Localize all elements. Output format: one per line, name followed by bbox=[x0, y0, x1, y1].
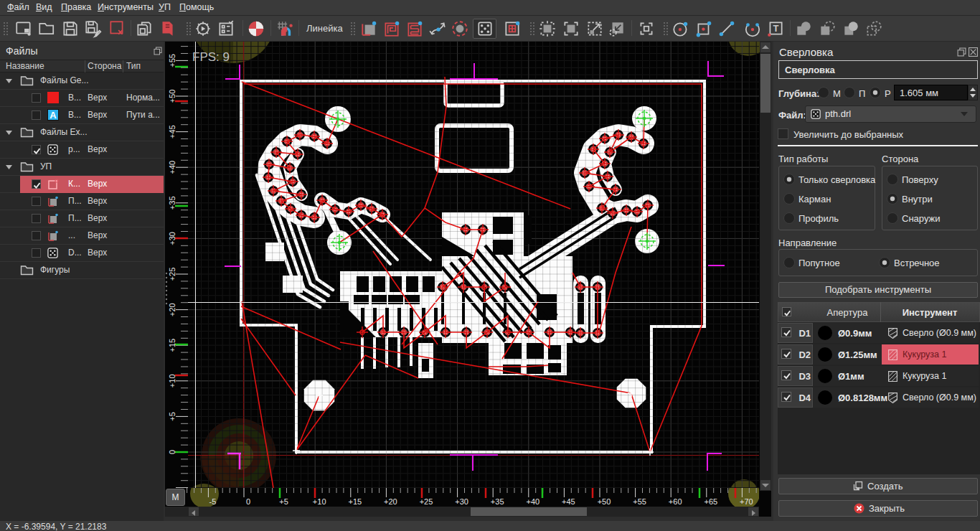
svg-text:+30: +30 bbox=[455, 497, 468, 506]
svg-text:-5: -5 bbox=[209, 497, 217, 506]
svg-text:+25: +25 bbox=[168, 268, 176, 281]
svg-text:FPS: 9: FPS: 9 bbox=[192, 50, 230, 64]
svg-text:+10: +10 bbox=[313, 497, 326, 506]
svg-text:+60: +60 bbox=[669, 497, 682, 506]
svg-text:+55: +55 bbox=[633, 497, 646, 506]
svg-text:+15: +15 bbox=[168, 339, 176, 352]
svg-text:+35: +35 bbox=[491, 497, 504, 506]
svg-text:T: T bbox=[773, 23, 779, 34]
svg-text:+50: +50 bbox=[168, 90, 176, 103]
svg-text:+30: +30 bbox=[168, 232, 176, 245]
svg-text:+40: +40 bbox=[168, 161, 176, 174]
svg-text:+35: +35 bbox=[168, 196, 176, 210]
svg-text:+55: +55 bbox=[168, 54, 176, 67]
svg-text:+5: +5 bbox=[279, 497, 288, 506]
svg-text:+40: +40 bbox=[526, 497, 540, 506]
svg-text:+5: +5 bbox=[168, 412, 176, 421]
svg-text:+45: +45 bbox=[168, 125, 176, 138]
svg-text:+65: +65 bbox=[704, 497, 717, 506]
svg-text:+15: +15 bbox=[348, 497, 362, 506]
svg-text:0: 0 bbox=[246, 497, 250, 506]
svg-text:+70: +70 bbox=[740, 497, 753, 506]
svg-text:0: 0 bbox=[168, 450, 176, 454]
svg-text:+25: +25 bbox=[420, 497, 433, 506]
svg-text:+20: +20 bbox=[168, 303, 176, 316]
svg-text:+20: +20 bbox=[384, 497, 397, 506]
svg-text:+10: +10 bbox=[168, 374, 176, 387]
svg-text:+50: +50 bbox=[598, 497, 611, 506]
svg-text:+45: +45 bbox=[562, 497, 575, 506]
